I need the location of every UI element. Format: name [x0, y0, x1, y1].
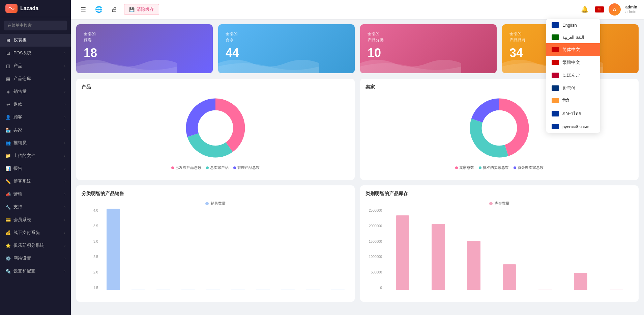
chevron-icon-sellers: ›: [64, 128, 65, 132]
chevron-icon-refund: ›: [64, 103, 65, 106]
flag-icon[interactable]: 🇨🇳: [595, 6, 604, 12]
lang-label-simplified_chinese: 简体中文: [562, 47, 580, 53]
lang-item-hindi[interactable]: हिंदी: [546, 95, 600, 107]
chevron-icon-blog: ›: [64, 180, 65, 183]
chevron-icon-club: ›: [64, 244, 65, 247]
stat-card-2: 全部的 产品分类 10: [360, 24, 497, 73]
sales-bar-col-1: [127, 289, 150, 290]
menu-toggle-button[interactable]: ☰: [78, 4, 89, 15]
nav-icon-dashboard: ⊞: [5, 38, 11, 43]
chevron-icon-settings: ›: [64, 269, 65, 273]
product-legend-item-2: 管理产品总数: [233, 165, 260, 170]
inventory-bar-6: [610, 289, 623, 290]
sales-bar-1: [131, 289, 145, 290]
nav-icon-membership: 💳: [5, 217, 11, 222]
nav-label-settings: 设置和配置: [13, 268, 35, 274]
sidebar-item-club[interactable]: ⭐ 俱乐部积分系统 ›: [0, 239, 71, 252]
sidebar-item-website[interactable]: ⚙️ 网站设置 ›: [0, 252, 71, 265]
flag-thai: [552, 111, 559, 116]
topbar-right: 🔔 🇨🇳 A admin admin: [579, 3, 637, 16]
sidebar-logo: Lazada: [0, 0, 71, 17]
sales-bar-9: [331, 289, 345, 290]
product-donut: [182, 94, 249, 162]
sales-bar-col-8: [301, 289, 324, 290]
lang-item-japanese[interactable]: にほんご: [546, 69, 600, 82]
nav-label-products: 产品: [13, 63, 22, 69]
seller-legend-item-0: 卖家总数: [455, 165, 474, 170]
inventory-bar-5: [574, 273, 587, 290]
lang-item-simplified_chinese[interactable]: 简体中文: [546, 43, 600, 56]
product-chart-card: 产品 已发布产品总数总卖家: [76, 79, 355, 180]
inventory-bar-2: [467, 241, 480, 290]
inventory-bar-area: 2500000 2000000 1500000 1000000 500000 0: [365, 209, 633, 296]
print-button[interactable]: 🖨: [109, 4, 120, 15]
sales-bar-7: [281, 289, 295, 290]
inventory-bar-col-6: [599, 289, 633, 290]
inventory-legend-dot: [489, 202, 493, 205]
nav-label-club: 俱乐部积分系统: [13, 242, 44, 248]
lang-item-russian[interactable]: русский язык: [546, 121, 600, 133]
sales-bar-col-6: [252, 289, 274, 290]
sidebar-item-reports[interactable]: 📊 报告 ›: [0, 162, 71, 175]
sales-chart-title: 分类明智的产品销售: [82, 191, 349, 197]
sidebar-item-refund[interactable]: ↩ 退款 ›: [0, 98, 71, 111]
chevron-icon-marketing: ›: [64, 192, 65, 196]
nav-icon-customers: 👤: [5, 115, 11, 120]
globe-button[interactable]: 🌐: [93, 4, 105, 15]
wave-svg-0: [76, 53, 177, 73]
sidebar-item-uploads[interactable]: 📁 上传的文件 ›: [0, 149, 71, 162]
lang-item-korean[interactable]: 한국어: [546, 82, 600, 95]
sidebar-item-membership[interactable]: 💳 会员系统 ›: [0, 213, 71, 226]
flag-english: [552, 22, 559, 28]
seller-chart-legend: 卖家总数批准的卖家总数待处理卖家总数: [455, 165, 544, 170]
nav-label-offline: 线下支付系统: [13, 230, 40, 236]
nav-icon-pos: ⊡: [5, 51, 11, 56]
lang-item-thai[interactable]: ภาษาไทย: [546, 107, 600, 121]
sidebar-item-offline[interactable]: 💰 线下支付系统 ›: [0, 226, 71, 239]
chevron-icon-pos: ›: [64, 51, 65, 55]
lang-item-traditional_chinese[interactable]: 繁體中文: [546, 56, 600, 69]
chevron-icon-products: ›: [64, 64, 65, 68]
sidebar-item-sellers[interactable]: 🏪 卖家 ›: [0, 124, 71, 136]
sales-chart-card: 分类明智的产品销售 销售数量 4.0 3.5 3.0 2.5 2.0 1.5: [76, 185, 355, 302]
inventory-bar-col-3: [493, 264, 526, 290]
lang-item-english[interactable]: English: [546, 19, 600, 31]
sidebar-item-sales[interactable]: ◈ 销售量 ›: [0, 85, 71, 98]
lang-label-traditional_chinese: 繁體中文: [562, 59, 580, 65]
sidebar-item-warehouse[interactable]: ▦ 产品仓库 ›: [0, 72, 71, 85]
main-area: ☰ 🌐 🖨 💾 清除缓存 🔔 🇨🇳 A admin admin English …: [71, 0, 644, 315]
nav-label-support: 支持: [13, 204, 22, 210]
language-dropdown: English اللغة العربية 简体中文 繁體中文 にほんご 한국어…: [546, 19, 600, 133]
seller-legend-item-1: 批准的卖家总数: [479, 165, 509, 170]
sidebar-item-blog[interactable]: ✏️ 博客系统 ›: [0, 175, 71, 188]
seller-legend-dot-1: [479, 166, 481, 169]
sales-bar-col-3: [177, 289, 200, 290]
nav-label-blog: 博客系统: [13, 178, 31, 184]
nav-icon-promoters: 👥: [5, 140, 11, 146]
stat-sub-label-0: 顾客: [84, 37, 205, 43]
sidebar-item-settings[interactable]: 🔩 设置和配置 ›: [0, 265, 71, 278]
sidebar-item-products[interactable]: ◫ 产品 ›: [0, 59, 71, 72]
sidebar-item-promoters[interactable]: 👥 推销员 ›: [0, 136, 71, 149]
sidebar-search[interactable]: 在菜单中搜索: [4, 21, 67, 30]
sidebar-item-customers[interactable]: 👤 顾客 ›: [0, 111, 71, 124]
clear-cache-button[interactable]: 💾 清除缓存: [124, 4, 159, 15]
sidebar-item-marketing[interactable]: 📣 营销 ›: [0, 188, 71, 201]
user-role: admin: [625, 9, 637, 14]
sales-bar-col-5: [227, 289, 250, 290]
inventory-bar-col-0: [386, 215, 419, 290]
nav-icon-offline: 💰: [5, 230, 11, 235]
nav-label-warehouse: 产品仓库: [13, 76, 31, 82]
notification-button[interactable]: 🔔: [579, 4, 590, 15]
sales-bar-col-4: [202, 289, 225, 290]
lang-item-arabic[interactable]: اللغة العربية: [546, 31, 600, 43]
inventory-chart-title: 类别明智的产品库存: [365, 191, 633, 197]
sidebar-item-pos[interactable]: ⊡ POS系统 ›: [0, 47, 71, 59]
seller-legend-dot-2: [514, 166, 516, 169]
sales-bar-col-9: [326, 289, 349, 290]
sidebar-item-dashboard[interactable]: ⊞ 仪表板: [0, 34, 71, 47]
user-name: admin: [625, 5, 637, 9]
sidebar-item-support[interactable]: 🔧 支持 ›: [0, 201, 71, 213]
avatar[interactable]: A: [609, 3, 621, 16]
nav-label-promoters: 推销员: [13, 140, 27, 146]
